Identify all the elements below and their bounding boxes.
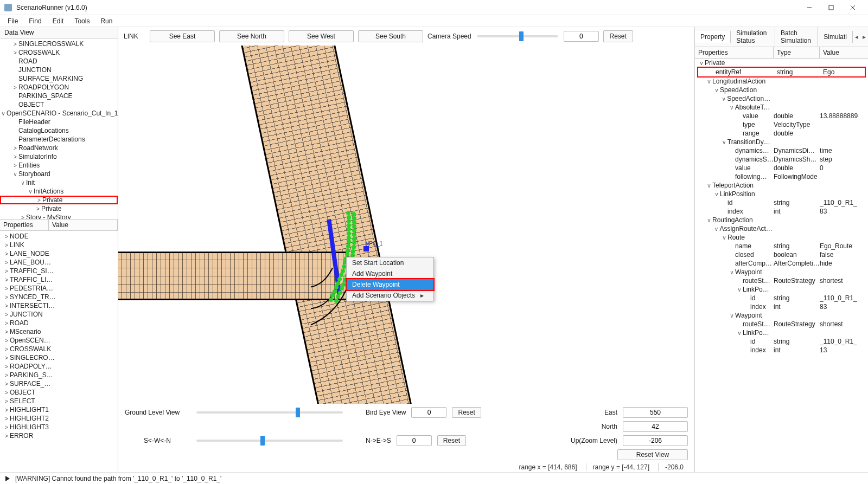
data-view-item[interactable]: >Private (0, 196, 118, 204)
property-row[interactable]: afterComp…AfterCompletionhide (695, 259, 868, 268)
property-row[interactable]: namestringEgo_Route (695, 242, 868, 250)
property-row[interactable]: valuedouble13.88888889 (695, 112, 868, 120)
property-row[interactable]: entityRefstringEgo (698, 68, 865, 76)
data-view-item[interactable]: ParameterDeclarations (0, 135, 118, 144)
data-view-item[interactable]: >Private (0, 204, 118, 213)
left-prop-row[interactable]: >TRAFFIC_LI… (0, 275, 118, 284)
see-south-button[interactable]: See South (358, 30, 423, 42)
property-row[interactable]: valuedouble0 (695, 164, 868, 172)
left-prop-row[interactable]: >OBJECT (0, 388, 118, 397)
data-view-item[interactable]: JUNCTION (0, 66, 118, 74)
compass-reset-button[interactable]: Reset (437, 435, 466, 446)
property-row[interactable]: vLongitudinalAction (695, 77, 868, 86)
data-view-item[interactable]: >Story - MyStory (0, 213, 118, 219)
property-row[interactable]: typeVelocityType (695, 120, 868, 129)
left-prop-row[interactable]: >HIGHLIGHT2 (0, 414, 118, 423)
property-row[interactable]: idstring_110_0_R1_ (695, 337, 868, 346)
tab-simulation-overflow[interactable]: Simulati (818, 31, 853, 43)
data-view-item[interactable]: >RoadNetwork (0, 144, 118, 152)
tab-property[interactable]: Property (695, 31, 731, 43)
menu-file[interactable]: File (3, 16, 22, 26)
property-row[interactable]: closedbooleanfalse (695, 250, 868, 259)
context-menu-item[interactable]: Add Scenario Objects (347, 290, 433, 301)
property-row[interactable]: dynamics…DynamicsDime…time (695, 146, 868, 155)
see-west-button[interactable]: See West (289, 30, 354, 42)
left-prop-row[interactable]: >MScenario (0, 327, 118, 336)
left-prop-row[interactable]: >LANE_BOU… (0, 258, 118, 267)
left-prop-row[interactable]: >SINGLECRO… (0, 353, 118, 362)
menu-find[interactable]: Find (24, 16, 46, 26)
menu-tools[interactable]: Tools (70, 16, 94, 26)
camera-speed-value[interactable] (564, 31, 599, 42)
left-prop-row[interactable]: >TRAFFIC_SI… (0, 267, 118, 275)
context-menu-item[interactable]: Add Waypoint (347, 268, 433, 279)
camera-speed-slider[interactable] (477, 35, 558, 37)
data-view-item[interactable]: ROAD (0, 57, 118, 66)
left-prop-row[interactable]: >INTERSECTI… (0, 301, 118, 310)
property-row[interactable]: vPrivate (695, 59, 868, 67)
tab-batch-simulation[interactable]: Batch Simulation (775, 27, 818, 47)
north-value[interactable] (623, 421, 688, 432)
property-row[interactable]: vLinkPosition (695, 190, 868, 198)
property-row[interactable]: indexint13 (695, 346, 868, 354)
data-view-item[interactable]: >SimulatorInfo (0, 152, 118, 161)
data-view-item[interactable]: FileHeader (0, 118, 118, 126)
left-prop-row[interactable]: >LANE_NODE (0, 249, 118, 258)
bird-eye-reset-button[interactable]: Reset (452, 407, 481, 418)
left-prop-row[interactable]: >ERROR (0, 431, 118, 440)
see-north-button[interactable]: See North (219, 30, 284, 42)
camera-reset-button[interactable]: Reset (603, 30, 633, 42)
left-prop-row[interactable]: >OpenSCEN… (0, 336, 118, 345)
data-view-item[interactable]: >ROADPOLYGON (0, 83, 118, 92)
menu-run[interactable]: Run (96, 16, 117, 26)
property-row[interactable]: vLinkPo… (695, 328, 868, 337)
property-row[interactable]: rangedouble (695, 129, 868, 138)
property-row[interactable]: indexint83 (695, 302, 868, 311)
data-view-item[interactable]: SURFACE_MARKING (0, 74, 118, 83)
waypoint-marker[interactable] (363, 246, 369, 251)
left-prop-row[interactable]: >ROAD (0, 319, 118, 327)
left-prop-row[interactable]: >SYNCED_TR… (0, 293, 118, 301)
property-row[interactable]: idstring_110_0_R1_ (695, 198, 868, 207)
left-prop-row[interactable]: >LINK (0, 241, 118, 249)
data-view-item[interactable]: CatalogLocations (0, 126, 118, 135)
property-row[interactable]: idstring_110_0_R1_ (695, 294, 868, 302)
ground-level-slider[interactable] (196, 411, 343, 414)
left-prop-row[interactable]: >CROSSWALK (0, 345, 118, 353)
data-view-item[interactable]: >SINGLECROSSWALK (0, 40, 118, 48)
left-prop-row[interactable]: >SURFACE_… (0, 379, 118, 388)
left-prop-row[interactable]: >PEDESTRIA… (0, 284, 118, 293)
scenario-canvas[interactable]: NPC_1 Set Start LocationAdd WaypointDele… (118, 46, 694, 404)
property-row[interactable]: vSpeedAction (695, 86, 868, 94)
property-row[interactable]: vTransitionDyn… (695, 138, 868, 146)
property-row[interactable]: vWaypoint (695, 311, 868, 320)
tab-scroll-left-icon[interactable]: ◂ (853, 33, 860, 41)
property-row[interactable]: vRoute (695, 233, 868, 242)
maximize-icon[interactable] (820, 0, 842, 15)
data-view-item[interactable]: vInitActions (0, 187, 118, 196)
compass-value[interactable] (397, 435, 432, 446)
left-prop-row[interactable]: >HIGHLIGHT3 (0, 423, 118, 431)
context-menu-item[interactable]: Set Start Location (347, 257, 433, 268)
bird-eye-value[interactable] (411, 407, 446, 418)
data-view-item[interactable]: PARKING_SPACE (0, 92, 118, 100)
left-prop-row[interactable]: >JUNCTION (0, 310, 118, 319)
left-prop-row[interactable]: >SELECT (0, 397, 118, 405)
property-row[interactable]: vAbsoluteTa… (695, 103, 868, 112)
close-icon[interactable] (842, 0, 864, 15)
left-prop-row[interactable]: >ROADPOLY… (0, 362, 118, 371)
tab-scroll-right-icon[interactable]: ▸ (860, 33, 868, 41)
property-row[interactable]: routeSt…RouteStrategyshortest (695, 320, 868, 328)
minimize-icon[interactable] (799, 0, 820, 15)
play-icon[interactable] (5, 476, 10, 481)
property-row[interactable]: vLinkPo… (695, 285, 868, 294)
property-row[interactable]: vSpeedActionT… (695, 94, 868, 103)
data-view-item[interactable]: vInit (0, 178, 118, 187)
tab-simulation-status[interactable]: Simulation Status (731, 27, 775, 47)
data-view-item[interactable]: >Entities (0, 161, 118, 170)
reset-view-button[interactable]: Reset View (617, 449, 688, 460)
property-row[interactable]: vWaypoint (695, 268, 868, 276)
property-row[interactable]: indexint83 (695, 207, 868, 216)
context-menu-item[interactable]: Delete Waypoint (347, 279, 433, 290)
see-east-button[interactable]: See East (150, 30, 215, 42)
